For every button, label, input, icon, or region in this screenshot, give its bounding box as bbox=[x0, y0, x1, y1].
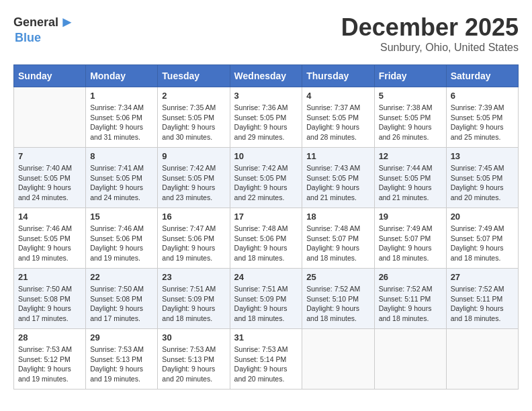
table-row: 14Sunrise: 7:46 AMSunset: 5:05 PMDayligh… bbox=[14, 208, 86, 269]
day-number: 2 bbox=[162, 91, 225, 101]
day-number: 8 bbox=[90, 151, 153, 161]
day-info: Sunrise: 7:53 AMSunset: 5:13 PMDaylight:… bbox=[90, 345, 153, 384]
week-row-3: 21Sunrise: 7:50 AMSunset: 5:08 PMDayligh… bbox=[14, 269, 519, 329]
week-row-4: 28Sunrise: 7:53 AMSunset: 5:12 PMDayligh… bbox=[14, 329, 519, 390]
table-row: 10Sunrise: 7:42 AMSunset: 5:05 PMDayligh… bbox=[230, 148, 302, 208]
day-info: Sunrise: 7:52 AMSunset: 5:10 PMDaylight:… bbox=[306, 284, 369, 324]
day-info: Sunrise: 7:41 AMSunset: 5:05 PMDaylight:… bbox=[90, 163, 153, 203]
day-info: Sunrise: 7:53 AMSunset: 5:14 PMDaylight:… bbox=[234, 345, 298, 384]
day-number: 30 bbox=[162, 332, 225, 342]
week-row-2: 14Sunrise: 7:46 AMSunset: 5:05 PMDayligh… bbox=[14, 208, 519, 269]
table-row: 8Sunrise: 7:41 AMSunset: 5:05 PMDaylight… bbox=[86, 148, 158, 208]
day-info: Sunrise: 7:51 AMSunset: 5:09 PMDaylight:… bbox=[162, 284, 225, 324]
header-wednesday: Wednesday bbox=[230, 65, 302, 87]
table-row: 3Sunrise: 7:36 AMSunset: 5:05 PMDaylight… bbox=[230, 87, 302, 148]
table-row: 17Sunrise: 7:48 AMSunset: 5:06 PMDayligh… bbox=[230, 208, 302, 269]
table-row: 6Sunrise: 7:39 AMSunset: 5:05 PMDaylight… bbox=[446, 87, 518, 148]
day-info: Sunrise: 7:52 AMSunset: 5:11 PMDaylight:… bbox=[379, 284, 442, 324]
day-info: Sunrise: 7:37 AMSunset: 5:05 PMDaylight:… bbox=[306, 103, 369, 142]
logo-arrow-icon: ► bbox=[60, 13, 75, 31]
day-number: 1 bbox=[90, 91, 153, 101]
header-row: Sunday Monday Tuesday Wednesday Thursday… bbox=[14, 65, 519, 87]
day-number: 16 bbox=[162, 212, 225, 222]
title-section: December 2025 Sunbury, Ohio, United Stat… bbox=[341, 13, 519, 54]
week-row-0: 1Sunrise: 7:34 AMSunset: 5:06 PMDaylight… bbox=[14, 87, 519, 148]
header-thursday: Thursday bbox=[302, 65, 374, 87]
table-row: 20Sunrise: 7:49 AMSunset: 5:07 PMDayligh… bbox=[446, 208, 518, 269]
day-info: Sunrise: 7:47 AMSunset: 5:06 PMDaylight:… bbox=[162, 224, 225, 263]
table-row: 4Sunrise: 7:37 AMSunset: 5:05 PMDaylight… bbox=[302, 87, 374, 148]
day-info: Sunrise: 7:42 AMSunset: 5:05 PMDaylight:… bbox=[234, 163, 298, 203]
day-info: Sunrise: 7:39 AMSunset: 5:05 PMDaylight:… bbox=[451, 103, 514, 142]
day-number: 20 bbox=[451, 212, 514, 222]
day-info: Sunrise: 7:51 AMSunset: 5:09 PMDaylight:… bbox=[234, 284, 298, 324]
day-number: 28 bbox=[18, 332, 81, 342]
day-number: 17 bbox=[234, 212, 298, 222]
table-row: 29Sunrise: 7:53 AMSunset: 5:13 PMDayligh… bbox=[86, 329, 158, 390]
day-number: 9 bbox=[162, 151, 225, 161]
day-info: Sunrise: 7:52 AMSunset: 5:11 PMDaylight:… bbox=[451, 284, 514, 324]
table-row: 7Sunrise: 7:40 AMSunset: 5:05 PMDaylight… bbox=[14, 148, 86, 208]
day-number: 10 bbox=[234, 151, 298, 161]
calendar-header: Sunday Monday Tuesday Wednesday Thursday… bbox=[14, 65, 519, 87]
day-number: 29 bbox=[90, 332, 153, 342]
day-number: 25 bbox=[306, 272, 369, 282]
week-row-1: 7Sunrise: 7:40 AMSunset: 5:05 PMDaylight… bbox=[14, 148, 519, 208]
header-tuesday: Tuesday bbox=[158, 65, 230, 87]
table-row bbox=[302, 329, 374, 390]
day-number: 4 bbox=[306, 91, 369, 101]
table-row: 15Sunrise: 7:46 AMSunset: 5:06 PMDayligh… bbox=[86, 208, 158, 269]
day-number: 14 bbox=[18, 212, 81, 222]
day-number: 3 bbox=[234, 91, 298, 101]
day-info: Sunrise: 7:35 AMSunset: 5:05 PMDaylight:… bbox=[162, 103, 225, 142]
table-row: 2Sunrise: 7:35 AMSunset: 5:05 PMDaylight… bbox=[158, 87, 230, 148]
calendar-body: 1Sunrise: 7:34 AMSunset: 5:06 PMDaylight… bbox=[14, 87, 519, 390]
day-number: 27 bbox=[451, 272, 514, 282]
header-sunday: Sunday bbox=[14, 65, 86, 87]
day-info: Sunrise: 7:43 AMSunset: 5:05 PMDaylight:… bbox=[306, 163, 369, 203]
day-info: Sunrise: 7:50 AMSunset: 5:08 PMDaylight:… bbox=[18, 284, 81, 324]
table-row: 25Sunrise: 7:52 AMSunset: 5:10 PMDayligh… bbox=[302, 269, 374, 329]
table-row: 23Sunrise: 7:51 AMSunset: 5:09 PMDayligh… bbox=[158, 269, 230, 329]
day-info: Sunrise: 7:53 AMSunset: 5:12 PMDaylight:… bbox=[18, 345, 81, 384]
table-row: 22Sunrise: 7:50 AMSunset: 5:08 PMDayligh… bbox=[86, 269, 158, 329]
day-number: 22 bbox=[90, 272, 153, 282]
header-monday: Monday bbox=[86, 65, 158, 87]
table-row bbox=[446, 329, 518, 390]
day-number: 31 bbox=[234, 332, 298, 342]
table-row: 28Sunrise: 7:53 AMSunset: 5:12 PMDayligh… bbox=[14, 329, 86, 390]
day-number: 7 bbox=[18, 151, 81, 161]
day-info: Sunrise: 7:38 AMSunset: 5:05 PMDaylight:… bbox=[379, 103, 442, 142]
day-number: 23 bbox=[162, 272, 225, 282]
table-row: 11Sunrise: 7:43 AMSunset: 5:05 PMDayligh… bbox=[302, 148, 374, 208]
table-row: 19Sunrise: 7:49 AMSunset: 5:07 PMDayligh… bbox=[374, 208, 446, 269]
calendar-table: Sunday Monday Tuesday Wednesday Thursday… bbox=[13, 64, 519, 390]
table-row: 9Sunrise: 7:42 AMSunset: 5:05 PMDaylight… bbox=[158, 148, 230, 208]
day-info: Sunrise: 7:36 AMSunset: 5:05 PMDaylight:… bbox=[234, 103, 298, 142]
logo: General ► Blue bbox=[13, 13, 75, 45]
page-header: General ► Blue December 2025 Sunbury, Oh… bbox=[13, 13, 519, 54]
table-row: 30Sunrise: 7:53 AMSunset: 5:13 PMDayligh… bbox=[158, 329, 230, 390]
table-row: 21Sunrise: 7:50 AMSunset: 5:08 PMDayligh… bbox=[14, 269, 86, 329]
day-info: Sunrise: 7:48 AMSunset: 5:07 PMDaylight:… bbox=[306, 224, 369, 263]
day-number: 19 bbox=[379, 212, 442, 222]
day-info: Sunrise: 7:46 AMSunset: 5:05 PMDaylight:… bbox=[18, 224, 81, 263]
day-info: Sunrise: 7:42 AMSunset: 5:05 PMDaylight:… bbox=[162, 163, 225, 203]
day-info: Sunrise: 7:46 AMSunset: 5:06 PMDaylight:… bbox=[90, 224, 153, 263]
day-info: Sunrise: 7:49 AMSunset: 5:07 PMDaylight:… bbox=[451, 224, 514, 263]
header-friday: Friday bbox=[374, 65, 446, 87]
table-row: 5Sunrise: 7:38 AMSunset: 5:05 PMDaylight… bbox=[374, 87, 446, 148]
month-title: December 2025 bbox=[341, 13, 519, 42]
table-row: 13Sunrise: 7:45 AMSunset: 5:05 PMDayligh… bbox=[446, 148, 518, 208]
day-number: 5 bbox=[379, 91, 442, 101]
day-number: 15 bbox=[90, 212, 153, 222]
day-info: Sunrise: 7:50 AMSunset: 5:08 PMDaylight:… bbox=[90, 284, 153, 324]
day-number: 26 bbox=[379, 272, 442, 282]
day-number: 24 bbox=[234, 272, 298, 282]
location-text: Sunbury, Ohio, United States bbox=[341, 42, 519, 54]
table-row bbox=[374, 329, 446, 390]
logo-blue-text: Blue bbox=[15, 31, 41, 45]
table-row: 18Sunrise: 7:48 AMSunset: 5:07 PMDayligh… bbox=[302, 208, 374, 269]
day-number: 13 bbox=[451, 151, 514, 161]
day-info: Sunrise: 7:53 AMSunset: 5:13 PMDaylight:… bbox=[162, 345, 225, 384]
